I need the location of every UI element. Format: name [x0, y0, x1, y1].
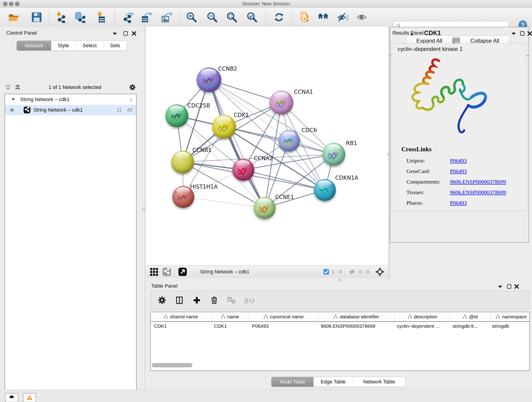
- float-table-icon[interactable]: [506, 283, 512, 289]
- network-options-gear-icon[interactable]: [129, 84, 136, 91]
- open-session-button[interactable]: [8, 12, 19, 23]
- horizontal-splitter-grip[interactable]: [338, 279, 341, 282]
- hidden-eye-icon[interactable]: [348, 268, 357, 275]
- crosslink-label: GeneCard:: [406, 168, 450, 174]
- export-image-button[interactable]: [161, 12, 172, 23]
- collection-expand-icon[interactable]: [11, 97, 16, 102]
- column-header-canonical-name[interactable]: canonical name: [249, 312, 318, 321]
- open-external-icon[interactable]: [178, 267, 187, 276]
- delete-column-icon[interactable]: [210, 296, 219, 305]
- table-options-gear-icon[interactable]: [157, 296, 167, 305]
- expand-all-icon[interactable]: [14, 84, 21, 91]
- collapse-all-icon[interactable]: [5, 84, 12, 91]
- tab-style[interactable]: Style: [51, 41, 75, 51]
- tab-network[interactable]: Network: [17, 41, 51, 51]
- horizontal-scrollbar[interactable]: [152, 363, 192, 367]
- panel-menu-icon[interactable]: [112, 31, 118, 37]
- table-cell[interactable]: 9606.ENSP00000378699: [317, 323, 394, 329]
- network-collection-row[interactable]: String Network – cdk1 1: [5, 94, 136, 105]
- zoom-out-button[interactable]: [206, 12, 218, 23]
- hierarchy-icon: [496, 314, 500, 319]
- crosslink-link[interactable]: P06493: [450, 168, 467, 174]
- float-panel-icon[interactable]: [123, 31, 129, 36]
- table-cell[interactable]: stringdb:9...: [449, 323, 489, 329]
- tab-node-table[interactable]: Node Table: [272, 377, 313, 387]
- show-columns-icon[interactable]: [175, 296, 184, 305]
- hide-selected-button[interactable]: [337, 12, 348, 23]
- toolbar-separator: [291, 9, 292, 25]
- add-column-icon[interactable]: [192, 296, 201, 305]
- column-header-database-identifier[interactable]: database identifier: [318, 312, 394, 321]
- node-CDKN1A[interactable]: [314, 179, 336, 201]
- column-header-name[interactable]: name: [211, 312, 249, 321]
- node-RB1[interactable]: [322, 143, 345, 166]
- main-toolbar: ?: [0, 7, 532, 27]
- cloud-status-button[interactable]: [5, 393, 18, 402]
- show-panel-button[interactable]: [356, 12, 368, 23]
- network-share-icon[interactable]: [162, 267, 171, 276]
- node-CDK1[interactable]: [212, 115, 236, 139]
- birdseye-grid-icon[interactable]: [149, 267, 158, 276]
- hierarchy-icon: [264, 314, 268, 319]
- edge-CCNE1-HIST1H1A[interactable]: [183, 197, 265, 208]
- node-label-CDC25B: CDC25B: [187, 102, 210, 109]
- crosslink-link[interactable]: 9606.ENSP00000378699: [450, 179, 506, 185]
- column-header-shared-name[interactable]: shared name: [151, 312, 211, 321]
- network-view-canvas[interactable]: CCNB2CCNA1CDC25BCDK1CDC6RB1CCNB1CCNA2CDK…: [146, 27, 389, 265]
- zoom-in-button[interactable]: [186, 12, 197, 23]
- network-view-title: String Network – cdk1: [200, 269, 249, 275]
- table-cell[interactable]: stringdb: [489, 323, 530, 329]
- network-selection-info: 1 of 1 Network selected: [21, 84, 129, 90]
- float-results-icon[interactable]: [519, 31, 525, 36]
- import-table-button[interactable]: [95, 12, 106, 23]
- clone-network-button[interactable]: [299, 12, 311, 23]
- zoom-fit-button[interactable]: [226, 12, 238, 23]
- node-CCNE1[interactable]: [254, 197, 276, 219]
- node-CCNA1[interactable]: [269, 90, 293, 114]
- tab-edge-table[interactable]: Edge Table: [313, 377, 353, 387]
- table-cell[interactable]: CDK1: [151, 323, 211, 329]
- node-CDC6[interactable]: [278, 130, 300, 152]
- crosslink-label: Compartments:: [406, 179, 450, 185]
- crosslink-link[interactable]: P06493: [450, 158, 467, 164]
- zoom-selected-button[interactable]: [246, 12, 258, 23]
- close-results-icon[interactable]: [527, 31, 532, 36]
- node-CCNA2[interactable]: [232, 159, 254, 181]
- export-table-button[interactable]: [141, 12, 152, 23]
- table-cell[interactable]: cyclin–dependent ...: [394, 323, 449, 329]
- protein-thumbnail: [326, 149, 342, 161]
- column-header-description[interactable]: description: [394, 312, 450, 321]
- save-session-button[interactable]: [31, 12, 42, 23]
- tab-sets[interactable]: Sets: [104, 41, 126, 51]
- table-cell[interactable]: P06493: [249, 323, 317, 329]
- node-label-CDK1: CDK1: [234, 112, 249, 118]
- node-CCNB2[interactable]: [196, 67, 221, 92]
- close-table-icon[interactable]: [514, 283, 520, 289]
- crosslink-link[interactable]: P06493: [450, 200, 467, 206]
- import-network-from-database-button[interactable]: [75, 12, 86, 23]
- crosslink-link[interactable]: 9606.ENSP00000378699: [450, 189, 506, 196]
- cdk1-collapse-icon[interactable]: [409, 32, 414, 37]
- node-CCNB1[interactable]: [171, 151, 194, 173]
- results-menu-icon[interactable]: [511, 31, 517, 37]
- node-table[interactable]: shared namenamecanonical namedatabase id…: [150, 312, 530, 371]
- import-network-button[interactable]: [54, 12, 66, 23]
- fit-content-icon[interactable]: [375, 267, 385, 277]
- selected-nodes-checkbox[interactable]: [323, 269, 329, 275]
- left-splitter-grip[interactable]: [142, 207, 146, 211]
- network-row[interactable]: String Network – cdk1 11 48: [5, 105, 136, 115]
- close-panel-icon[interactable]: [131, 31, 137, 36]
- column-label: shared name: [170, 314, 198, 319]
- table-cell[interactable]: CDK1: [211, 323, 249, 329]
- string-home-button[interactable]: [318, 12, 329, 23]
- export-network-button[interactable]: [123, 12, 134, 23]
- warnings-button[interactable]: [23, 393, 36, 402]
- tab-select[interactable]: Select: [75, 41, 104, 51]
- column-header-at-id[interactable]: @id: [450, 312, 490, 321]
- node-CDC25B[interactable]: [165, 104, 188, 127]
- apply-layout-button[interactable]: [273, 12, 285, 23]
- table-menu-icon[interactable]: [497, 284, 503, 290]
- tab-network-table[interactable]: Network Table: [353, 377, 405, 387]
- status-bar: Memory: [0, 390, 532, 402]
- column-header-namespace[interactable]: namespace: [490, 312, 530, 321]
